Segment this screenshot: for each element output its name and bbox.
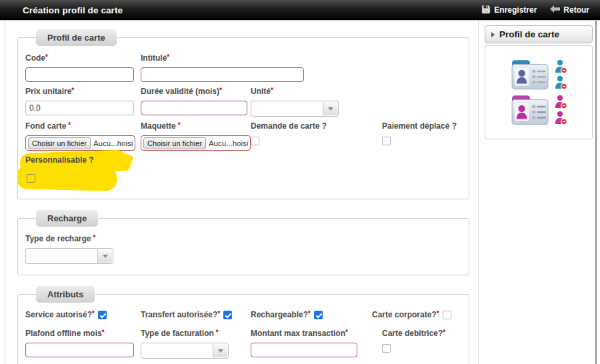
fieldset-recharge: Recharge Type de recharge* — [17, 210, 469, 275]
chevron-down-icon[interactable] — [97, 249, 112, 263]
demande-de-carte-label: Demande de carte ? — [251, 121, 362, 131]
maquette-label: Maquette* — [141, 121, 251, 131]
fond-carte-file-input[interactable]: Choisir un fichier Aucu...hoisi — [25, 135, 135, 151]
floppy-disk-icon — [481, 5, 491, 16]
legend-recharge: Recharge — [36, 210, 98, 227]
person-remove-blue-icon — [554, 75, 567, 90]
required-asterisk: * — [68, 121, 71, 129]
personnalisable-field: Personnalisable ? — [25, 155, 145, 191]
unite-label: Unité* — [251, 87, 362, 96]
choose-file-button[interactable]: Choisir un fichier — [28, 137, 91, 149]
intitule-input[interactable] — [141, 67, 304, 82]
legend-profil-de-carte: Profil de carte — [36, 29, 117, 46]
required-asterisk: * — [216, 329, 219, 336]
back-button[interactable]: Retour — [550, 5, 589, 15]
service-autorise-checkbox[interactable] — [98, 311, 107, 319]
plafond-offline-mois-label: Plafond offline mois* — [25, 329, 141, 338]
carte-corporate-label: Carte corporate?* — [372, 310, 439, 319]
intitule-label: Intitulé* — [141, 53, 362, 63]
unite-select[interactable] — [251, 101, 339, 117]
save-button[interactable]: Enregistrer — [481, 5, 537, 16]
legend-attributs: Attributs — [36, 286, 95, 303]
chevron-down-icon[interactable] — [213, 344, 227, 357]
file-name-text: Aucu...hoisi — [209, 139, 248, 147]
fond-carte-label: Fond carte* — [25, 121, 141, 131]
back-button-label: Retour — [563, 5, 589, 15]
fieldset-profil-de-carte: Profil de carte Code* Intitulé* Prix uni… — [17, 29, 469, 199]
top-bar: Création profil de carte Enregistrer Ret… — [0, 0, 600, 20]
carte-debitrice-label: Carte debitrice?* — [382, 329, 462, 338]
required-asterisk: * — [92, 310, 95, 317]
plafond-offline-mois-input[interactable] — [25, 343, 134, 357]
person-add-blue-icon — [554, 59, 567, 74]
fieldset-attributs: Attributs Service autorisé?* Transfert a… — [17, 286, 469, 364]
montant-max-transaction-input[interactable] — [251, 343, 357, 357]
montant-max-transaction-label: Montant max transaction* — [251, 329, 362, 338]
sidebar-content — [485, 45, 593, 139]
maquette-file-input[interactable]: Choisir un fichier Aucu...hoisi — [141, 135, 251, 151]
duree-validite-label: Durée validité (mois)* — [141, 87, 251, 96]
required-asterisk: * — [167, 53, 169, 61]
rechargeable-label: Rechargeable?* — [251, 310, 311, 319]
carte-debitrice-checkbox[interactable] — [382, 344, 391, 353]
required-asterisk: * — [71, 87, 74, 94]
required-asterisk: * — [178, 121, 181, 129]
paiement-deplace-checkbox[interactable] — [382, 137, 391, 145]
choose-file-button[interactable]: Choisir un fichier — [143, 137, 206, 149]
transfert-autorisee-checkbox[interactable] — [223, 311, 232, 319]
sidebar-title: Profil de carte — [499, 29, 559, 39]
paiement-deplace-label: Paiement déplacé ? — [382, 121, 462, 131]
required-asterisk: * — [219, 87, 222, 94]
personnalisable-checkbox[interactable] — [27, 174, 35, 183]
prix-unitaire-input[interactable] — [25, 101, 134, 115]
save-button-label: Enregistrer — [494, 5, 537, 15]
personnalisable-label: Personnalisable ? — [25, 155, 145, 165]
duree-validite-input[interactable] — [141, 101, 247, 115]
contact-folder-blue-icon — [511, 59, 567, 91]
required-asterisk: * — [437, 310, 439, 317]
scrollbar-edge — [595, 21, 597, 364]
carte-corporate-checkbox[interactable] — [443, 311, 451, 319]
contact-folder-pink-icon — [511, 94, 567, 126]
person-remove-pink-icon — [554, 111, 567, 125]
required-asterisk: * — [271, 87, 273, 94]
service-autorise-label: Service autorisé?* — [25, 310, 95, 319]
person-add-pink-icon — [554, 95, 567, 109]
type-de-recharge-select[interactable] — [25, 248, 113, 264]
top-bar-actions: Enregistrer Retour — [481, 5, 600, 16]
rechargeable-checkbox[interactable] — [314, 311, 323, 319]
code-input[interactable] — [25, 67, 134, 82]
required-asterisk: * — [93, 234, 95, 241]
type-de-facturation-label: Type de facturation* — [141, 329, 251, 338]
chevron-down-icon[interactable] — [323, 102, 337, 115]
required-asterisk: * — [45, 53, 48, 61]
file-name-text: Aucu...hoisi — [93, 139, 133, 147]
sidebar: Profil de carte — [485, 25, 593, 139]
arrow-left-icon — [550, 5, 560, 15]
type-de-facturation-select[interactable] — [141, 343, 229, 359]
prix-unitaire-label: Prix unitaire* — [25, 87, 141, 96]
transfert-autorisee-label: Transfert autorisée?* — [141, 310, 220, 319]
form-panel: Profil de carte Code* Intitulé* Prix uni… — [5, 21, 479, 364]
demande-de-carte-checkbox[interactable] — [251, 137, 259, 145]
required-asterisk: * — [102, 329, 105, 336]
required-asterisk: * — [308, 310, 311, 317]
required-asterisk: * — [443, 329, 445, 336]
code-label: Code* — [25, 53, 141, 63]
page-title: Création profil de carte — [0, 5, 481, 15]
chevron-right-icon — [491, 32, 495, 37]
type-de-recharge-label: Type de recharge* — [25, 234, 462, 243]
required-asterisk: * — [345, 329, 348, 336]
sidebar-header-profil-de-carte[interactable]: Profil de carte — [485, 25, 593, 43]
required-asterisk: * — [217, 310, 220, 317]
